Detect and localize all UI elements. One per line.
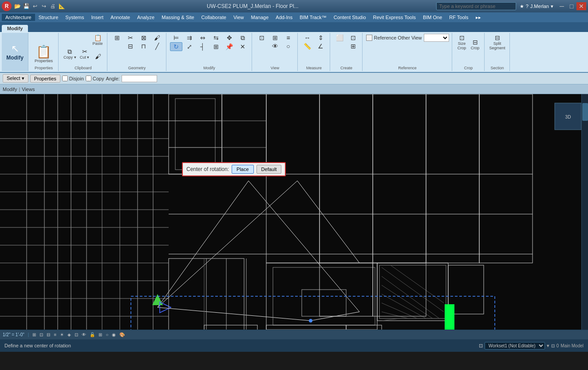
split-btn[interactable]: ⊟ xyxy=(124,42,137,50)
component-btn[interactable]: ⬜ xyxy=(334,34,346,42)
redo-btn[interactable]: ↪ xyxy=(40,2,48,10)
cut-geometry-btn[interactable]: ✂ xyxy=(124,34,137,42)
user-dropdown-icon[interactable]: ▾ xyxy=(551,4,553,9)
modify-section[interactable]: ↖ Modify xyxy=(2,33,28,71)
paste-btn[interactable]: 📋 Paste xyxy=(91,34,104,47)
menu-item-addins[interactable]: Add-Ins xyxy=(272,14,296,21)
measure-angle-btn[interactable]: ∠ xyxy=(315,42,327,50)
place-button[interactable]: Place xyxy=(232,165,254,174)
angle-input[interactable] xyxy=(122,75,157,82)
scrollbar-right[interactable] xyxy=(581,94,588,330)
menu-item-view[interactable]: View xyxy=(230,14,248,21)
undo-btn[interactable]: ↩ xyxy=(31,2,39,10)
mirror-draw-btn[interactable]: ⇆ xyxy=(210,34,222,42)
measure-dist-btn[interactable]: 📏 xyxy=(301,42,314,50)
shadows-icon[interactable]: ☀ xyxy=(60,332,64,337)
temp-hide-icon[interactable]: ○ xyxy=(106,332,108,337)
print-btn[interactable]: 🖨 xyxy=(49,2,57,10)
pin-btn[interactable]: 📌 xyxy=(223,43,236,51)
view-scale-btn[interactable]: ⊡ xyxy=(256,34,268,42)
menu-item-rf-tools[interactable]: RF Tools xyxy=(446,14,472,21)
select-button[interactable]: Select ▾ xyxy=(3,74,28,83)
trim-btn[interactable]: ⊓ xyxy=(138,42,150,50)
default-button[interactable]: Default xyxy=(257,165,282,174)
match-btn[interactable]: 🖌 xyxy=(92,48,104,60)
maximize-btn[interactable]: □ xyxy=(567,2,576,10)
menu-item-bim-one[interactable]: BIM One xyxy=(419,14,446,21)
menu-item-more[interactable]: ▸▸ xyxy=(472,14,485,21)
crop-btn[interactable]: ⊟ Crop xyxy=(469,34,481,51)
delete-btn[interactable]: ✕ xyxy=(237,43,249,51)
scale-btn[interactable]: ⤢ xyxy=(183,43,196,51)
align-btn[interactable]: ⊨ xyxy=(170,34,182,42)
paint-btn[interactable]: 🖌 xyxy=(151,34,163,42)
properties-icon: 📋 xyxy=(36,46,51,58)
ref-other-view-checkbox[interactable] xyxy=(366,35,372,41)
lock-icon[interactable]: 🔓 xyxy=(90,332,95,337)
view-cube[interactable]: 3D xyxy=(555,103,581,130)
ref-other-view-dropdown[interactable] xyxy=(424,34,449,42)
render-icon[interactable]: ◈ xyxy=(67,332,71,337)
menu-item-structure[interactable]: Structure xyxy=(35,14,62,21)
dropdown-arrow[interactable]: ▾ xyxy=(547,343,549,349)
linear-dim-btn[interactable]: ⇕ xyxy=(315,34,327,42)
properties-button[interactable]: Properties xyxy=(30,75,60,83)
wall-joins-btn[interactable]: ⊠ xyxy=(138,34,150,42)
menu-item-analyze[interactable]: Analyze xyxy=(134,14,158,21)
open-btn[interactable]: 📂 xyxy=(13,2,21,10)
mirror-pick-btn[interactable]: ⇔ xyxy=(197,34,209,42)
offset-btn[interactable]: ⇉ xyxy=(183,34,196,42)
hide-btn[interactable]: 👁 xyxy=(269,42,281,50)
svg-text:3D: 3D xyxy=(565,115,571,119)
split-segment-btn[interactable]: ⊟ SplitSegment xyxy=(488,34,507,51)
thin-lines-btn[interactable]: ≡ xyxy=(282,34,295,42)
menu-item-revit-express[interactable]: Revit Express Tools xyxy=(370,14,419,21)
menu-item-massing[interactable]: Massing & Site xyxy=(158,14,197,21)
grid-icon[interactable]: ⊞ xyxy=(32,332,36,337)
region-btn[interactable]: ⊞ xyxy=(269,34,281,42)
save-btn[interactable]: 💾 xyxy=(22,2,30,10)
detail-grp-btn[interactable]: ⊞ xyxy=(347,42,359,50)
crop-status-icon[interactable]: ⊡ xyxy=(75,332,78,337)
menu-item-systems[interactable]: Systems xyxy=(62,14,87,21)
close-btn[interactable]: ✕ xyxy=(576,2,586,10)
group-btn[interactable]: ⊡ xyxy=(347,34,359,42)
array-btn[interactable]: ⊞ xyxy=(210,43,222,51)
snap-icon[interactable]: ⊡ xyxy=(39,332,43,337)
disjoin-checkbox[interactable] xyxy=(62,76,68,81)
rotate-btn[interactable]: ↻ xyxy=(170,42,182,51)
menu-item-manage[interactable]: Manage xyxy=(248,14,272,21)
thin-lines-icon[interactable]: ≡ xyxy=(54,332,56,337)
join-geometry-btn[interactable]: ⊞ xyxy=(111,34,123,42)
color-icon[interactable]: 🎨 xyxy=(119,332,125,337)
visible-icon[interactable]: 👁 xyxy=(82,332,86,337)
move-btn[interactable]: ✥ xyxy=(223,34,236,42)
copy-tool-btn[interactable]: ⧉ xyxy=(237,34,249,42)
aligned-dim-btn[interactable]: ↔ xyxy=(301,34,314,42)
trim-extend-btn[interactable]: ┤ xyxy=(197,43,209,51)
detail-icon[interactable]: ⊞ xyxy=(99,332,102,337)
measure-btn[interactable]: 📐 xyxy=(58,2,66,10)
menu-item-architecture[interactable]: Architecture xyxy=(2,14,35,21)
menu-item-bimtrack[interactable]: BIM Track™ xyxy=(296,14,330,21)
properties-btn[interactable]: 📋 Properties xyxy=(32,44,55,65)
cut-btn[interactable]: ✂ Cut ▾ xyxy=(79,48,91,60)
design-options-icon[interactable]: ⊡ xyxy=(551,343,555,348)
menu-item-insert[interactable]: Insert xyxy=(88,14,107,21)
workplane-btn[interactable]: ⊡ xyxy=(479,343,483,349)
menu-item-content-studio[interactable]: Content Studio xyxy=(330,14,370,21)
user-name[interactable]: J.Merlan xyxy=(530,4,549,9)
analysis-icon[interactable]: ◉ xyxy=(112,332,116,337)
linework-btn[interactable]: ╱ xyxy=(151,42,163,50)
workset-dropdown[interactable]: Workset1 (Not Editable) xyxy=(485,342,545,350)
copy-btn[interactable]: ⧉ Copy ▾ xyxy=(62,48,78,60)
show-hidden-btn[interactable]: ○ xyxy=(282,42,295,50)
menu-item-annotate[interactable]: Annotate xyxy=(107,14,134,21)
search-input[interactable] xyxy=(436,2,516,10)
workplane-icon[interactable]: ⊟ xyxy=(47,332,50,337)
minimize-btn[interactable]: ─ xyxy=(557,2,567,10)
menu-item-collaborate[interactable]: Collaborate xyxy=(198,14,230,21)
size-crop-btn[interactable]: ⊡ SizeCrop xyxy=(456,34,468,51)
copy-checkbox[interactable] xyxy=(86,76,91,81)
tab-modify[interactable]: Modify xyxy=(2,25,28,32)
